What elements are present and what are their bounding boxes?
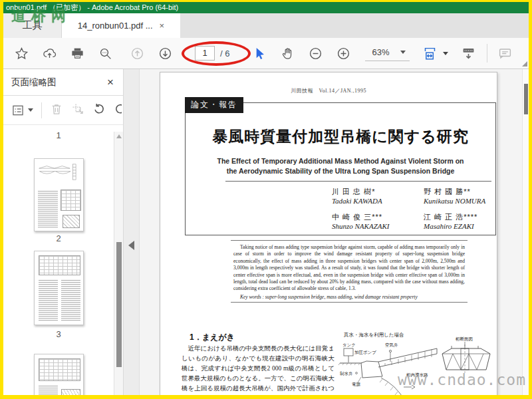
thumbnail-2-text — [38, 191, 58, 227]
thumbnails-panel-title: 页面缩略图 — [11, 76, 57, 88]
tab-tools[interactable]: 工具 — [3, 13, 62, 38]
hide-toolbar-icon — [462, 47, 475, 61]
paper-title-en-line2: the Aerodynamic Stability of the Ultra L… — [186, 166, 495, 176]
tab-bar: 工具 14_ronbun01.pdf ... × — [3, 13, 529, 38]
title-box: 論文・報告 暴風時質量付加型吊橋に関する研究 The Effect of Tem… — [185, 102, 496, 235]
authors-divider — [225, 181, 491, 182]
panel-close-icon[interactable]: × — [107, 76, 114, 89]
thumbnails-panel-header: 页面缩略图 × — [3, 69, 123, 96]
thumbnail-2-chart — [63, 215, 80, 228]
print-button[interactable] — [66, 42, 88, 65]
category-label: 論文・報告 — [185, 97, 243, 113]
page-number-input[interactable]: 1 — [195, 46, 215, 61]
comment-button[interactable] — [494, 42, 517, 65]
figure-top-label: 真水・海水を利用した場合 — [343, 332, 404, 338]
zoom-out-button[interactable] — [304, 42, 327, 65]
rotate-right-button[interactable] — [114, 102, 122, 118]
thumbnail-page-3[interactable] — [34, 251, 84, 325]
tab-document[interactable]: 14_ronbun01.pdf ... × — [62, 13, 180, 38]
extract-page-icon — [71, 102, 84, 116]
author-1: 川 田 忠 樹*Tadaki KAWADA — [332, 187, 424, 205]
figure-label-section: 桁断面図 — [456, 336, 473, 341]
thumbnail-3-text-right — [61, 280, 80, 321]
previous-page-button[interactable] — [126, 42, 148, 65]
toolbar-divider — [487, 44, 487, 63]
zoom-in-button[interactable] — [332, 42, 354, 65]
thumbnail-options-button[interactable] — [11, 104, 33, 117]
main-toolbar: 1 / 6 63% — [3, 38, 529, 69]
delete-pages-button[interactable] — [50, 102, 63, 118]
trash-icon — [50, 102, 63, 116]
tab-tools-label: 工具 — [23, 19, 43, 32]
hand-tool-button[interactable] — [276, 42, 299, 65]
zoom-level-select[interactable]: 63% — [365, 45, 409, 61]
thumbnail-page-2[interactable] — [34, 158, 84, 231]
app-window: 道桥网 onbun01.pdf （已加密） - Adobe Acrobat Pr… — [0, 0, 532, 399]
document-scrollbar[interactable] — [522, 69, 529, 395]
page-number-widget: 1 / 6 — [186, 46, 239, 61]
thumbnail-3-text-left — [39, 280, 58, 321]
options-icon — [11, 104, 25, 117]
panel-collapse-gutter — [124, 69, 140, 395]
abstract-block: Taking notice of mass adding type suspen… — [231, 240, 467, 303]
rotate-left-button[interactable] — [92, 102, 106, 118]
figure-label-tank: タンク — [342, 342, 356, 347]
panel-toolbar-divider — [41, 102, 42, 118]
hand-icon — [281, 47, 295, 61]
star-button[interactable] — [10, 42, 33, 65]
abstract-text: Taking notice of mass adding type suspen… — [233, 244, 465, 293]
rotate-left-icon — [92, 102, 106, 116]
journal-header: 川田技報 Vol.14／JAN.,1995 — [160, 87, 497, 94]
window-titlebar: onbun01.pdf （已加密） - Adobe Acrobat Pro (6… — [3, 2, 529, 13]
thumbnail-2-table — [61, 190, 81, 211]
thumbnail-list: 1 2 — [3, 126, 114, 395]
comment-icon — [498, 47, 512, 61]
fit-width-icon — [423, 47, 437, 61]
hide-toolbar-button[interactable] — [458, 42, 480, 65]
share-button[interactable] — [38, 42, 61, 65]
thumbnails-toolbar — [3, 96, 123, 125]
scroll-up-icon[interactable] — [116, 134, 122, 138]
chevron-down-icon — [400, 51, 406, 54]
document-scrollbar-thumb[interactable] — [524, 84, 528, 114]
content-area: 页面缩略图 × — [3, 69, 529, 395]
pointer-icon — [253, 47, 267, 61]
tab-close-icon[interactable]: × — [160, 21, 165, 30]
section-1-body: 近年における吊橋の中央支間長の長大化には目覚ましいものがあり、なかでも現在建設中… — [182, 344, 334, 395]
page-count-label: / 6 — [220, 49, 229, 59]
sidebar-scrollbar-thumb[interactable] — [116, 242, 122, 367]
thumbnail-label-3: 3 — [56, 329, 61, 339]
fit-width-button[interactable] — [419, 42, 442, 65]
author-4: 江 崎 正 浩****Masahiro EZAKI — [424, 212, 517, 230]
tab-document-label: 14_ronbun01.pdf ... — [78, 21, 153, 31]
paper-title-en-line1: The Effect of Temporary Additional Mass … — [186, 156, 495, 166]
minus-circle-icon — [309, 47, 323, 61]
thumbnails-panel: 页面缩略图 × — [3, 69, 124, 395]
page-down-icon — [158, 47, 172, 61]
red-ellipse-annotation — [182, 41, 251, 66]
fit-width-chevron-icon[interactable] — [443, 52, 448, 55]
thumbnail-page-4[interactable] — [34, 354, 84, 395]
search-button[interactable] — [94, 42, 116, 65]
sidebar-scrollbar[interactable] — [114, 132, 123, 395]
figure-1: 真水・海水を利用した場合 タンク 加圧ポンプ 空気弁 — [337, 329, 497, 395]
search-icon — [98, 47, 112, 61]
section-1-heading: 1．まえがき — [190, 332, 235, 343]
collapse-panel-icon[interactable] — [128, 241, 134, 250]
select-tool-button[interactable] — [248, 42, 271, 65]
next-page-button[interactable] — [154, 42, 176, 65]
figure-label-water-valve: 制水弁 — [340, 371, 353, 376]
extract-pages-button[interactable] — [71, 102, 84, 118]
right-pane-handle[interactable] — [522, 61, 527, 66]
page-up-icon — [130, 47, 144, 61]
pdf-page: 川田技報 Vol.14／JAN.,1995 論文・報告 暴風時質量付加型吊橋に関… — [160, 72, 497, 395]
options-chevron-icon — [28, 108, 33, 112]
rotate-right-icon — [114, 102, 122, 116]
thumbnail-label-2: 2 — [56, 233, 61, 243]
printer-icon — [70, 47, 84, 61]
paper-title-jp: 暴風時質量付加型吊橋に関する研究 — [186, 126, 495, 147]
plus-circle-icon — [336, 47, 350, 61]
thumbnail-3-table — [39, 255, 80, 275]
figure-label-pump: 加圧ポンプ — [354, 350, 376, 354]
star-icon — [15, 47, 29, 61]
